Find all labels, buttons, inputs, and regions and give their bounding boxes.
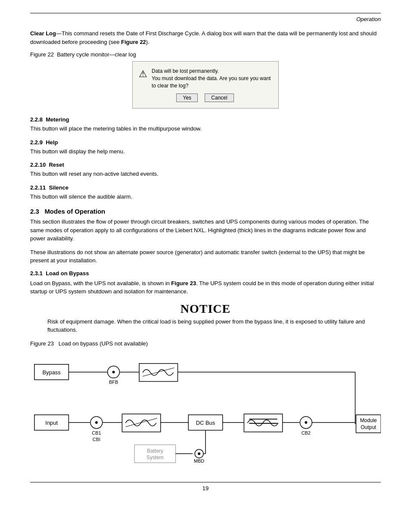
top-rule xyxy=(30,13,381,13)
svg-point-15 xyxy=(95,421,98,424)
svg-text:CBI: CBI xyxy=(93,437,100,442)
section-231-heading: 2.3.1 Load on Bypass xyxy=(30,270,381,277)
notice-box: NOTICE Risk of equipment damage. When th… xyxy=(30,302,381,334)
svg-rect-18 xyxy=(122,414,160,432)
warning-icon: ⚠ xyxy=(139,68,147,80)
svg-rect-7 xyxy=(139,364,177,382)
notice-title: NOTICE xyxy=(30,302,381,316)
page-number: 19 xyxy=(30,485,381,492)
notice-text: Risk of equipment damage. When the criti… xyxy=(30,317,381,334)
section-23-heading: 2.3 Modes of Operation xyxy=(30,208,381,215)
intro-text: Clear Log—This command resets the Date o… xyxy=(30,29,381,46)
svg-point-4 xyxy=(112,371,115,373)
section-229-heading: 2.2.9 Help xyxy=(30,139,381,146)
cancel-button[interactable]: Cancel xyxy=(205,93,234,102)
page: Operation Clear Log—This command resets … xyxy=(0,0,411,532)
figure22-caption: Figure 22 Battery cycle monitor—clear lo… xyxy=(30,51,381,58)
section-229-text: This button will display the help menu. xyxy=(30,147,381,156)
dialog-buttons: Yes Cancel xyxy=(139,93,271,102)
section-23-para1: This section illustrates the flow of pow… xyxy=(30,218,381,243)
dialog-top: ⚠ Data will be lost permanently. You mus… xyxy=(139,68,271,89)
dialog-text: Data will be lost permanently. You must … xyxy=(152,68,271,89)
svg-point-29 xyxy=(305,421,307,424)
svg-text:CB1: CB1 xyxy=(92,430,101,435)
section-2211-text: This button will silence the audible ala… xyxy=(30,193,381,201)
section-228-heading: 2.2.8 Metering xyxy=(30,116,381,123)
bottom-rule xyxy=(30,482,381,482)
svg-text:Module: Module xyxy=(360,417,377,423)
dialog-box: ⚠ Data will be lost permanently. You mus… xyxy=(132,61,279,109)
section-23-para2: These illustrations do not show an alter… xyxy=(30,248,381,265)
svg-text:BFB: BFB xyxy=(109,380,118,385)
section-2210-heading: 2.2.10 Reset xyxy=(30,162,381,168)
svg-text:Bypass: Bypass xyxy=(42,369,60,376)
figure23-diagram: Bypass BFB Input xyxy=(30,351,381,472)
svg-text:DC Bus: DC Bus xyxy=(196,420,215,426)
section-231-text: Load on Bypass, with the UPS not availab… xyxy=(30,279,381,296)
yes-button[interactable]: Yes xyxy=(176,93,198,102)
section-2211-heading: 2.2.11 Silence xyxy=(30,184,381,191)
diagram-svg: Bypass BFB Input xyxy=(30,351,381,472)
figure23-caption: Figure 23 Load on bypass (UPS not availa… xyxy=(30,340,381,347)
svg-text:System: System xyxy=(146,454,164,460)
svg-text:Output: Output xyxy=(361,424,376,430)
svg-point-41 xyxy=(198,452,200,455)
section-228-text: This button will place the metering tabl… xyxy=(30,124,381,133)
svg-text:MBD: MBD xyxy=(194,458,204,464)
section-2210-text: This button will reset any non-active la… xyxy=(30,170,381,178)
svg-text:CB2: CB2 xyxy=(302,430,311,435)
section-header: Operation xyxy=(30,16,381,22)
svg-text:Input: Input xyxy=(45,420,58,426)
svg-text:Battery: Battery xyxy=(147,448,163,454)
